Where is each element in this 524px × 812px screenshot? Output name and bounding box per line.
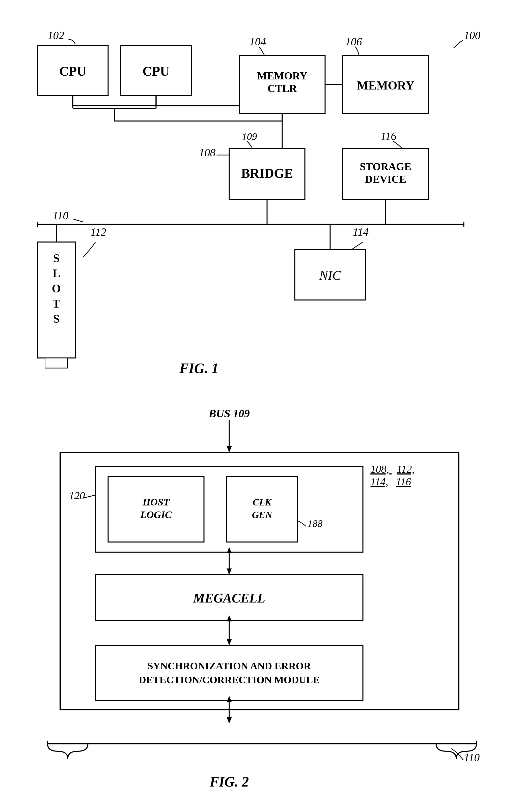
svg-text:MEMORY: MEMORY xyxy=(357,79,414,92)
svg-text:110: 110 xyxy=(53,209,69,222)
svg-text:CPU: CPU xyxy=(143,64,169,79)
svg-text:SYNCHRONIZATION AND ERROR: SYNCHRONIZATION AND ERROR xyxy=(147,660,311,672)
svg-text:120: 120 xyxy=(69,490,85,502)
svg-text:108: 108 xyxy=(199,147,216,159)
svg-text:FIG. 1: FIG. 1 xyxy=(179,360,219,376)
svg-marker-88 xyxy=(227,717,232,724)
svg-text:DEVICE: DEVICE xyxy=(365,173,406,185)
svg-text:116: 116 xyxy=(381,130,397,142)
svg-text:114,
        116: 114, 116 xyxy=(371,476,411,488)
svg-text:106: 106 xyxy=(345,36,362,48)
svg-text:CLK: CLK xyxy=(253,497,272,507)
svg-text:DETECTION/CORRECTION MODULE: DETECTION/CORRECTION MODULE xyxy=(139,674,320,686)
svg-text:HOST: HOST xyxy=(142,496,170,508)
svg-text:114: 114 xyxy=(353,226,369,238)
svg-rect-84 xyxy=(96,645,363,701)
svg-text:T: T xyxy=(52,297,60,310)
svg-marker-61 xyxy=(227,446,232,453)
svg-text:LOGIC: LOGIC xyxy=(140,509,172,520)
svg-text:104: 104 xyxy=(249,36,266,48)
svg-text:110: 110 xyxy=(464,751,480,764)
svg-text:FIG. 2: FIG. 2 xyxy=(209,774,249,790)
svg-text:MEMORY: MEMORY xyxy=(257,70,307,82)
svg-rect-52 xyxy=(45,358,68,368)
page: 102 100 CPU CPU 104 MEMORY CTLR xyxy=(0,0,524,812)
svg-text:CPU: CPU xyxy=(59,64,86,79)
svg-text:BUS  109: BUS 109 xyxy=(208,407,250,420)
svg-rect-70 xyxy=(227,476,297,542)
svg-text:BRIDGE: BRIDGE xyxy=(241,166,293,181)
svg-text:L: L xyxy=(52,267,60,280)
svg-text:102: 102 xyxy=(48,29,64,41)
svg-text:STORAGE: STORAGE xyxy=(360,161,411,172)
svg-text:112: 112 xyxy=(91,226,107,238)
svg-text:109: 109 xyxy=(242,131,257,142)
svg-text:MEGACELL: MEGACELL xyxy=(193,591,265,605)
svg-text:188: 188 xyxy=(308,518,323,529)
svg-text:O: O xyxy=(52,282,61,295)
svg-text:GEN: GEN xyxy=(252,509,273,520)
fig2-diagram: BUS 109 108, 112, 114, 116 120 HOST xyxy=(20,403,504,792)
svg-text:S: S xyxy=(53,252,60,265)
svg-text:S: S xyxy=(53,312,60,325)
svg-text:CTLR: CTLR xyxy=(267,83,297,94)
svg-text:NIC: NIC xyxy=(319,268,341,283)
fig1-diagram: 102 100 CPU CPU 104 MEMORY CTLR xyxy=(20,15,504,388)
svg-text:100: 100 xyxy=(464,29,480,41)
